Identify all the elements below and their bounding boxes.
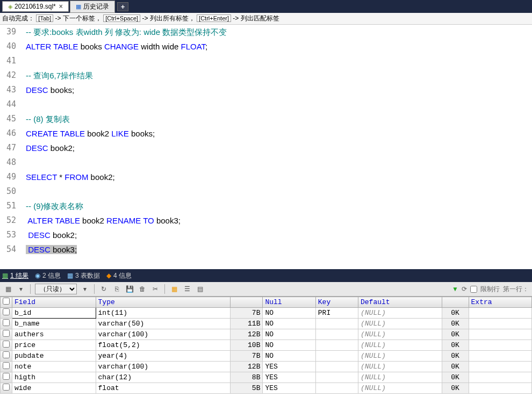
column-header[interactable]: Key [315,297,358,308]
copy-button[interactable]: ⎘ [112,284,121,294]
cell[interactable] [315,372,358,383]
cell[interactable] [315,351,358,362]
cell[interactable]: 0K [442,340,469,351]
cell[interactable] [469,308,531,319]
delete-button[interactable]: 🗑 [138,284,147,294]
cell[interactable]: float(5,2) [96,340,231,351]
code-line[interactable]: CREATE TABLE book2 LIKE books; [26,126,532,141]
cell[interactable]: int(11) [96,308,231,319]
cell[interactable]: 12B [231,329,263,340]
cell[interactable]: 12B [231,362,263,372]
cell[interactable] [315,340,358,351]
cell[interactable]: NO [263,329,315,340]
refresh-icon[interactable]: ⟳ [462,285,467,293]
cell[interactable]: authers [12,329,96,340]
cell[interactable]: varchar(100) [96,362,231,372]
code-line[interactable]: DESC book3; [26,242,532,257]
cell[interactable]: note [12,362,96,372]
cell[interactable]: varchar(50) [96,319,231,329]
cell[interactable]: (NULL) [358,319,442,329]
code-content[interactable]: -- 要求:books 表width 列 修改为: wide 数据类型保持不变A… [20,25,532,269]
cell[interactable]: (NULL) [358,351,442,362]
form-view-button[interactable]: ☰ [182,284,192,294]
cell[interactable]: 10B [231,340,263,351]
cell[interactable]: NO [263,308,315,319]
cell[interactable] [469,372,531,383]
cell[interactable]: NO [263,340,315,351]
cell[interactable]: 7B [231,308,263,319]
code-line[interactable] [26,97,532,112]
column-header[interactable] [231,297,263,308]
cell[interactable]: 0K [442,319,469,329]
column-header[interactable] [442,297,469,308]
table-row[interactable]: higthchar(12)8BYES(NULL)0K [1,372,532,383]
panel-tab-result[interactable]: ▦ 1 结果 [2,271,28,280]
dropdown-button[interactable]: ▾ [80,284,90,294]
cell[interactable] [315,383,358,394]
dropdown-button[interactable]: ▾ [16,284,26,294]
save-button[interactable]: 💾 [125,284,134,294]
panel-tab-tabledata[interactable]: ▦ 3 表数据 [67,271,100,280]
cell[interactable]: (NULL) [358,372,442,383]
table-row[interactable]: b_idint(11)7BNOPRI(NULL)0K [1,308,532,319]
result-grid[interactable]: FieldTypeNullKeyDefaultExtra b_idint(11)… [0,297,532,394]
cell[interactable] [469,383,531,394]
cell[interactable]: 0K [442,329,469,340]
cell[interactable]: wide [12,383,96,394]
row-checkbox[interactable] [3,341,10,348]
cell[interactable] [469,351,531,362]
cell[interactable]: 0K [442,372,469,383]
cell[interactable]: 8B [231,372,263,383]
cut-button[interactable]: ✂ [150,284,160,294]
filter-icon[interactable]: ▼ [452,285,458,293]
sql-editor[interactable]: 39404142434445464748495051525354 -- 要求:b… [0,25,532,269]
cell[interactable]: varchar(100) [96,329,231,340]
cell[interactable]: 5B [231,383,263,394]
row-checkbox[interactable] [3,351,10,358]
cell[interactable] [469,362,531,372]
row-checkbox[interactable] [3,308,10,315]
code-line[interactable]: DESC books; [26,83,532,97]
cell[interactable]: 7B [231,351,263,362]
code-line[interactable]: DESC book2; [26,228,532,242]
panel-tab-info[interactable]: ◉ 2 信息 [35,271,61,280]
code-line[interactable] [26,54,532,68]
cell[interactable]: pubdate [12,351,96,362]
add-tab-button[interactable]: + [117,2,129,11]
code-line[interactable]: ALTER TABLE books CHANGE width wide FLOA… [26,39,532,54]
cell[interactable]: year(4) [96,351,231,362]
table-row[interactable]: pubdateyear(4)7BNO(NULL)0K [1,351,532,362]
row-checkbox[interactable] [3,362,10,369]
limit-rows-checkbox[interactable] [470,286,477,293]
code-line[interactable]: -- 查询6,7操作结果 [26,68,532,83]
cell[interactable]: 0K [442,308,469,319]
code-line[interactable] [26,155,532,170]
panel-tab-info2[interactable]: ◆ 4 信息 [106,271,132,280]
cell[interactable]: (NULL) [358,308,442,319]
column-header[interactable]: Extra [469,297,531,308]
column-header[interactable]: Default [358,297,442,308]
cell[interactable]: 0K [442,383,469,394]
table-row[interactable]: b_namevarchar(50)11BNO(NULL)0K [1,319,532,329]
readonly-select[interactable]: （只读） [35,284,77,294]
cell[interactable]: 0K [442,362,469,372]
tab-sql-file[interactable]: ◈ 20210619.sql* × [2,1,69,12]
cell[interactable] [315,362,358,372]
row-checkbox[interactable] [3,330,10,337]
cell[interactable]: YES [263,362,315,372]
export-button[interactable]: ▦ [3,284,13,294]
cell[interactable] [469,340,531,351]
cell[interactable]: price [12,340,96,351]
cell[interactable]: b_id [12,308,96,319]
code-line[interactable]: ALTER TABLE book2 RENAME TO book3; [26,213,532,228]
cell[interactable]: float [96,383,231,394]
cell[interactable] [469,319,531,329]
table-row[interactable]: notevarchar(100)12BYES(NULL)0K [1,362,532,372]
cell[interactable]: (NULL) [358,329,442,340]
code-line[interactable]: -- (8) 复制表 [26,112,532,126]
select-all-header[interactable] [1,297,12,308]
cell[interactable]: PRI [315,308,358,319]
cell[interactable] [315,319,358,329]
table-row[interactable]: authersvarchar(100)12BNO(NULL)0K [1,329,532,340]
refresh-button[interactable]: ↻ [99,284,109,294]
